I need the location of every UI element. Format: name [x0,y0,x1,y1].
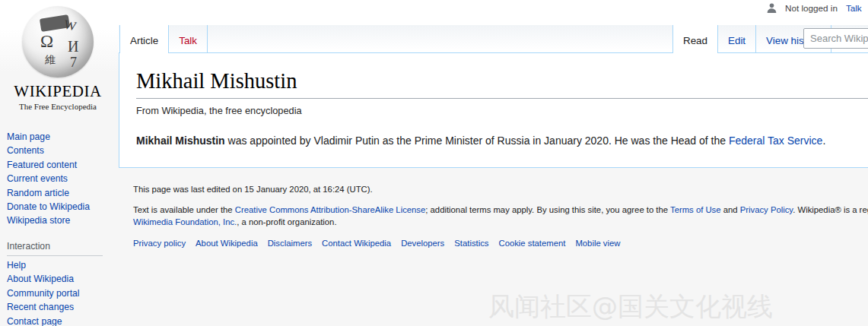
license-text: and [721,205,740,214]
sidebar-item-about-wikipedia[interactable]: About Wikipedia [7,272,117,286]
sidebar-item-recent-changes[interactable]: Recent changes [7,300,117,314]
footer-cookie-statement-link[interactable]: Cookie statement [498,239,565,248]
sidebar-item-wikipedia-store[interactable]: Wikipedia store [7,214,117,227]
sidebar-item-random-article[interactable]: Random article [7,186,117,200]
tab-edit[interactable]: Edit [718,25,756,53]
page-tabs-left: Article Talk [119,25,208,53]
globe-glyph: 7 [70,55,77,71]
footer-disclaimers-link[interactable]: Disclaimers [268,239,312,248]
paragraph-text: . [822,135,825,147]
cc-license-link[interactable]: Creative Commons Attribution-ShareAlike … [235,205,426,214]
license-text: , a non-profit organization. [237,217,336,226]
footer-privacy-policy-link[interactable]: Privacy policy [133,239,186,248]
sidebar-item-donate[interactable]: Donate to Wikipedia [7,200,117,214]
site-subtitle: From Wikipedia, the free encyclopedia [136,105,868,116]
sidebar-item-contents[interactable]: Contents [7,144,117,157]
logo-tagline: The Free Encyclopedia [0,102,116,111]
wikimedia-foundation-link[interactable]: Wikimedia Foundation, Inc. [133,217,237,226]
sidebar-item-main-page[interactable]: Main page [7,130,117,144]
tab-article[interactable]: Article [119,25,169,53]
paragraph-text: was appointed by Vladimir Putin as the P… [225,135,729,147]
footer-statistics-link[interactable]: Statistics [454,239,488,248]
sidebar-interaction-nav: Help About Wikipedia Community portal Re… [7,258,117,326]
sidebar-item-help[interactable]: Help [7,258,117,272]
federal-tax-service-link[interactable]: Federal Tax Service [729,135,822,147]
sidebar-item-current-events[interactable]: Current events [7,172,117,185]
sidebar-item-featured-content[interactable]: Featured content [7,158,117,172]
terms-of-use-link[interactable]: Terms of Use [670,205,721,214]
globe-glyph: Ω [40,32,53,52]
personal-bar: Not logged in Talk Contributions [767,2,868,13]
tab-read[interactable]: Read [672,25,718,53]
wikipedia-page: Not logged in Talk Contributions Ω W И 維… [0,0,868,326]
not-logged-in-label: Not logged in [785,3,838,13]
sidebar-nav: Main page Contents Featured content Curr… [7,130,117,228]
tab-talk[interactable]: Talk [169,25,208,53]
article-bold-subject: Mikhail Mishustin [136,135,225,147]
sidebar-interaction-header: Interaction [7,241,103,256]
user-icon [767,3,777,13]
footer-developers-link[interactable]: Developers [401,239,444,248]
footer-contact-wikipedia-link[interactable]: Contact Wikipedia [322,239,391,248]
globe-glyph: И [68,38,78,55]
last-edited-note: This page was last edited on 15 January … [133,185,868,194]
article-paragraph: Mikhail Mishustin was appointed by Vladi… [136,135,868,147]
personal-talk-link[interactable]: Talk [846,3,862,13]
wikipedia-logo[interactable]: Ω W И 維 7 WIKIPEDIA The Free Encyclopedi… [0,3,116,111]
footer-about-wikipedia-link[interactable]: About Wikipedia [196,239,258,248]
license-text: . Wikipedia® is a registered trademark o… [793,205,868,214]
privacy-policy-link[interactable]: Privacy Policy [740,205,793,214]
wikipedia-globe-icon[interactable]: Ω W И 維 7 [22,6,94,78]
license-note: Text is available under the Creative Com… [133,204,868,228]
search-input[interactable] [803,28,868,49]
footer-links: Privacy policy About Wikipedia Disclaime… [133,239,868,248]
article-content: Mikhail Mishustin From Wikipedia, the fr… [119,53,868,168]
wikipedia-wordmark: WIKIPEDIA [0,82,116,101]
globe-glyph: W [62,17,78,35]
sidebar-item-contact-page[interactable]: Contact page [7,315,117,326]
sidebar-item-community-portal[interactable]: Community portal [7,286,117,300]
page-title: Mikhail Mishustin [136,69,868,99]
license-text: Text is available under the [133,205,235,214]
page-footer: This page was last edited on 15 January … [133,185,868,248]
footer-mobile-view-link[interactable]: Mobile view [575,239,620,248]
license-text: ; additional terms may apply. By using t… [425,205,670,214]
watermark-text: 风闻社区@国关文化视线 [488,290,793,324]
globe-glyph: 維 [45,53,56,67]
